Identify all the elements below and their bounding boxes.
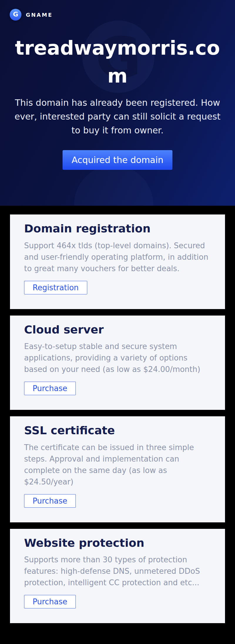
card-description: The certificate can be issued in three s…	[24, 442, 211, 488]
gname-logo-monogram: G	[13, 11, 18, 18]
brand-name: GNAME	[26, 12, 53, 18]
footer-spacer	[0, 630, 235, 644]
card-description: Support 464x tlds (top-level domains). S…	[24, 240, 211, 274]
hero-section: G G GNAME treadwaymorris.com This domain…	[0, 0, 235, 206]
acquire-domain-button[interactable]: Acquired the domain	[63, 150, 173, 170]
cta-row: Acquired the domain	[0, 150, 235, 170]
card-website-protection: Website protection Supports more than 30…	[10, 529, 225, 623]
card-title: Domain registration	[24, 222, 211, 236]
hero-description: This domain has already been registered.…	[14, 96, 221, 137]
registration-button[interactable]: Registration	[24, 281, 87, 294]
card-description: Supports more than 30 types of protectio…	[24, 554, 211, 588]
gname-logo-icon: G	[10, 9, 21, 21]
decorative-circle	[74, 165, 153, 206]
brand-logo[interactable]: G GNAME	[0, 0, 235, 21]
card-domain-registration: Domain registration Support 464x tlds (t…	[10, 214, 225, 309]
card-title: Website protection	[24, 536, 211, 550]
purchase-cloud-server-button[interactable]: Purchase	[24, 382, 76, 395]
purchase-protection-button[interactable]: Purchase	[24, 595, 76, 608]
card-cloud-server: Cloud server Easy-to-setup stable and se…	[10, 316, 225, 410]
card-title: Cloud server	[24, 323, 211, 337]
domain-title: treadwaymorris.com	[12, 34, 223, 90]
card-description: Easy-to-setup stable and secure system a…	[24, 341, 211, 375]
services-section: Domain registration Support 464x tlds (t…	[0, 206, 235, 623]
card-title: SSL certificate	[24, 424, 211, 438]
purchase-ssl-button[interactable]: Purchase	[24, 494, 76, 508]
card-ssl-certificate: SSL certificate The certificate can be i…	[10, 416, 225, 522]
